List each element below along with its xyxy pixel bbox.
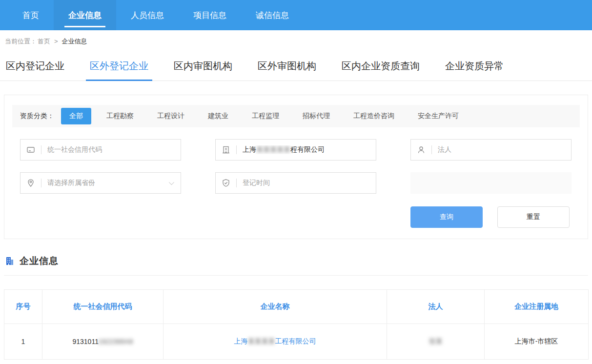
query-button[interactable]: 查询	[410, 206, 483, 228]
credit-code-masked: 1922399X8	[98, 338, 133, 345]
header-index: 序号	[4, 290, 42, 324]
tab-outzone-drawing-review[interactable]: 区外审图机构	[257, 57, 317, 81]
nav-item-enterprise-info[interactable]: 企业信息	[54, 0, 116, 30]
category-chip-safety-license[interactable]: 安全生产许可	[409, 108, 467, 124]
credit-code-input[interactable]: 统一社会信用代码	[20, 139, 181, 161]
category-chip-all[interactable]: 全部	[61, 108, 91, 124]
cell-legal-person: 张某	[387, 324, 485, 360]
filter-fields-row-1: 统一社会信用代码 上海某某某某某程有限公司 法人	[20, 139, 572, 161]
input-divider	[236, 145, 237, 154]
category-chip-survey[interactable]: 工程勘察	[98, 108, 142, 124]
nav-item-label: 人员信息	[131, 10, 164, 21]
breadcrumb-current: 企业信息	[62, 38, 87, 45]
header-credit-code: 统一社会信用代码	[42, 290, 163, 324]
tab-inzone-drawing-review[interactable]: 区内审图机构	[173, 57, 233, 81]
legal-person-placeholder: 法人	[438, 145, 451, 154]
cell-company-name: 上海某某某某工程有限公司	[163, 324, 387, 360]
qualification-category-row: 资质分类： 全部 工程勘察 工程设计 建筑业 工程监理 招标代理 工程造价咨询 …	[12, 105, 580, 127]
company-name-value: 上海某某某某某程有限公司	[243, 145, 325, 154]
tab-inzone-registered[interactable]: 区内登记企业	[5, 57, 65, 81]
enterprise-tabs: 区内登记企业 区外登记企业 区内审图机构 区外审图机构 区内企业资质查询 企业资…	[0, 51, 592, 81]
company-name-prefix: 上海	[234, 337, 248, 345]
enterprise-info-section-header: 企业信息	[4, 255, 588, 276]
company-name-suffix: 工程有限公司	[275, 337, 316, 345]
company-name-masked: 某某某某某	[256, 145, 290, 153]
category-chip-design[interactable]: 工程设计	[149, 108, 193, 124]
tab-outzone-registered[interactable]: 区外登记企业	[89, 57, 149, 81]
person-icon	[411, 145, 431, 154]
nav-item-label: 首页	[22, 10, 39, 21]
nav-item-personnel-info[interactable]: 人员信息	[116, 0, 179, 30]
registration-time-placeholder: 登记时间	[243, 179, 270, 187]
nav-item-project-info[interactable]: 项目信息	[179, 0, 241, 30]
top-navigation: 首页 企业信息 人员信息 项目信息 诚信信息	[0, 0, 592, 30]
legal-person-masked: 张某	[429, 337, 443, 345]
filter-panel: 资质分类： 全部 工程勘察 工程设计 建筑业 工程监理 招标代理 工程造价咨询 …	[4, 95, 588, 239]
breadcrumb-prefix: 当前位置：	[5, 38, 37, 45]
breadcrumb-home-link[interactable]: 首页	[38, 38, 50, 45]
credit-code-prefix: 9131011	[72, 338, 98, 345]
nav-item-home[interactable]: 首页	[8, 0, 54, 30]
credit-code-placeholder: 统一社会信用代码	[47, 145, 102, 154]
category-chip-construction[interactable]: 建筑业	[200, 108, 237, 124]
input-divider	[41, 145, 41, 154]
empty-field-placeholder	[410, 172, 572, 194]
province-placeholder: 请选择所属省份	[47, 179, 95, 187]
location-person-icon	[20, 179, 41, 187]
enterprise-table: 序号 统一社会信用代码 企业名称 法人 企业注册属地 1 91310111922…	[4, 289, 589, 360]
header-registration-location: 企业注册属地	[485, 290, 589, 324]
shield-check-icon	[216, 179, 236, 187]
input-divider	[41, 179, 41, 187]
company-name-link[interactable]: 上海某某某某工程有限公司	[234, 337, 316, 345]
nav-item-label: 企业信息	[68, 10, 102, 21]
company-name-input[interactable]: 上海某某某某某程有限公司	[215, 139, 376, 161]
building-section-icon	[5, 256, 15, 266]
filter-fields-row-2: 请选择所属省份 登记时间	[20, 172, 572, 194]
cell-index: 1	[4, 324, 42, 360]
table-row: 1 91310111922399X8 上海某某某某工程有限公司 张某 上海市-市…	[4, 324, 589, 360]
category-chip-bidding-agency[interactable]: 招标代理	[294, 108, 338, 124]
nav-item-label: 诚信信息	[256, 10, 289, 21]
tab-qualification-abnormal[interactable]: 企业资质异常	[444, 57, 505, 81]
company-name-suffix: 程有限公司	[290, 145, 325, 153]
category-label: 资质分类：	[20, 112, 54, 121]
category-chip-supervision[interactable]: 工程监理	[244, 108, 287, 124]
registration-time-input[interactable]: 登记时间	[215, 172, 376, 194]
chevron-down-icon	[169, 180, 174, 185]
category-chip-cost-consulting[interactable]: 工程造价咨询	[345, 108, 403, 124]
header-legal-person: 法人	[387, 290, 485, 324]
input-divider	[236, 179, 237, 187]
breadcrumb-separator: >	[54, 38, 58, 45]
company-name-masked: 某某某某	[248, 337, 275, 345]
reset-button[interactable]: 重置	[497, 206, 570, 228]
filter-buttons-row: 查询 重置	[22, 206, 570, 228]
province-select[interactable]: 请选择所属省份	[20, 172, 181, 194]
header-company-name: 企业名称	[163, 290, 387, 324]
cell-credit-code: 91310111922399X8	[42, 324, 163, 360]
company-name-prefix: 上海	[243, 145, 256, 153]
section-title: 企业信息	[20, 255, 59, 267]
input-divider	[431, 145, 432, 154]
tab-inzone-qualification-query[interactable]: 区内企业资质查询	[341, 57, 421, 81]
table-header-row: 序号 统一社会信用代码 企业名称 法人 企业注册属地	[4, 290, 589, 324]
breadcrumb: 当前位置：首页>企业信息	[0, 30, 592, 51]
nav-item-integrity-info[interactable]: 诚信信息	[241, 0, 304, 30]
cell-registration-location: 上海市-市辖区	[485, 324, 589, 360]
nav-item-label: 项目信息	[193, 10, 226, 21]
legal-person-input[interactable]: 法人	[410, 139, 572, 161]
building-icon	[216, 145, 236, 154]
id-card-icon	[20, 145, 41, 154]
